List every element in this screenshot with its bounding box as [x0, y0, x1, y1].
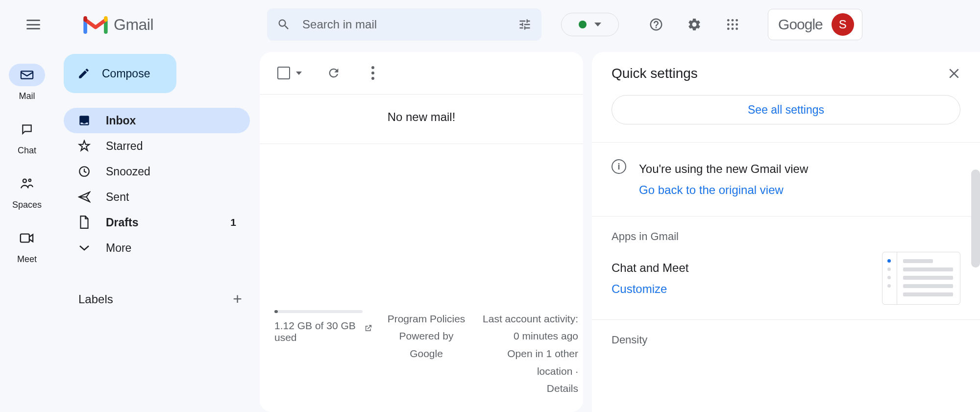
help-icon: [649, 17, 663, 32]
svg-rect-11: [21, 234, 29, 242]
nav-item-snoozed[interactable]: Snoozed: [64, 159, 250, 184]
activity-line2: Open in 1 other location ·: [480, 345, 578, 380]
gear-icon: [687, 17, 702, 32]
apps-in-gmail-label: Apps in Gmail: [612, 217, 960, 252]
rail-item-meet[interactable]: Meet: [9, 227, 45, 265]
powered-by-text: Powered by Google: [382, 327, 470, 362]
chevron-down-icon: [79, 244, 90, 251]
info-icon: i: [612, 159, 626, 174]
svg-point-4: [732, 24, 734, 26]
nav-item-inbox[interactable]: Inbox: [64, 108, 250, 133]
layout-preview[interactable]: [882, 252, 960, 305]
svg-point-2: [735, 19, 738, 22]
header: Gmail Google S: [0, 0, 980, 49]
more-vert-icon: [371, 66, 374, 80]
nav-label-inbox: Inbox: [106, 114, 136, 127]
see-all-settings-button[interactable]: See all settings: [612, 95, 960, 124]
rail-label-meet: Meet: [17, 254, 37, 265]
svg-point-5: [735, 24, 738, 26]
search-bar[interactable]: [267, 8, 541, 41]
open-in-new-icon[interactable]: [364, 323, 372, 334]
scrollbar[interactable]: [971, 170, 980, 267]
gmail-text: Gmail: [114, 16, 153, 34]
google-apps-button[interactable]: [721, 13, 744, 36]
activity-line1: Last account activity: 0 minutes ago: [480, 310, 578, 345]
nav-label-starred: Starred: [106, 140, 143, 153]
svg-point-8: [735, 27, 738, 30]
close-icon: [948, 67, 960, 80]
go-back-link[interactable]: Go back to the original view: [639, 179, 808, 200]
refresh-icon: [327, 66, 341, 80]
storage-bar: [274, 310, 363, 313]
drafts-count: 1: [230, 217, 236, 228]
apps-grid-icon: [726, 18, 739, 31]
select-caret-icon: [296, 72, 302, 75]
chat-and-meet-label: Chat and Meet: [612, 257, 688, 278]
empty-inbox-message: No new mail!: [260, 95, 583, 144]
gmail-logo[interactable]: Gmail: [83, 15, 153, 34]
inbox-icon: [78, 114, 91, 127]
chat-icon: [20, 123, 34, 136]
rail-item-mail[interactable]: Mail: [9, 64, 45, 101]
svg-point-7: [732, 27, 734, 30]
clock-icon: [78, 165, 91, 178]
close-settings-button[interactable]: [948, 67, 960, 80]
toolbar: [260, 66, 583, 95]
nav-item-more[interactable]: More: [64, 235, 250, 261]
svg-point-6: [727, 27, 730, 30]
nav-label-drafts: Drafts: [106, 216, 138, 229]
nav-item-sent[interactable]: Sent: [64, 184, 250, 210]
status-pill[interactable]: [561, 13, 619, 36]
density-label: Density: [612, 320, 960, 355]
labels-title: Labels: [78, 292, 113, 306]
nav-label-sent: Sent: [106, 191, 129, 204]
svg-point-10: [29, 179, 31, 182]
refresh-button[interactable]: [326, 66, 341, 80]
settings-button[interactable]: [683, 13, 706, 36]
labels-header: Labels +: [64, 290, 252, 308]
chevron-down-icon: [594, 23, 601, 26]
rail-item-spaces[interactable]: Spaces: [9, 172, 45, 210]
storage-text: 1.12 GB of 30 GB used: [274, 320, 358, 343]
search-icon: [277, 18, 291, 31]
svg-point-1: [732, 19, 734, 22]
tune-icon[interactable]: [518, 18, 532, 31]
nav-item-starred[interactable]: Starred: [64, 133, 250, 159]
gmail-m-icon: [83, 15, 108, 34]
rail-item-chat[interactable]: Chat: [9, 118, 45, 156]
mail-icon: [20, 70, 34, 80]
compose-label: Compose: [102, 67, 150, 80]
select-all-combo[interactable]: [277, 67, 302, 79]
spaces-icon: [20, 177, 34, 191]
meet-icon: [20, 232, 34, 244]
hamburger-icon: [26, 20, 40, 29]
nav-item-drafts[interactable]: Drafts 1: [64, 210, 250, 235]
quick-settings-title: Quick settings: [612, 66, 698, 81]
customize-link[interactable]: Customize: [612, 278, 688, 299]
star-icon: [78, 140, 91, 152]
rail-label-chat: Chat: [18, 145, 36, 156]
google-account-badge[interactable]: Google S: [768, 9, 862, 40]
nav-label-snoozed: Snoozed: [106, 165, 150, 178]
activity-details-link[interactable]: Details: [480, 380, 578, 397]
main-menu-button[interactable]: [19, 10, 48, 39]
sidebar: Compose Inbox Starred Snoozed Sent Draft…: [54, 49, 260, 412]
rail-label-mail: Mail: [19, 91, 35, 101]
svg-point-3: [727, 24, 730, 26]
add-label-button[interactable]: +: [233, 290, 242, 308]
pencil-icon: [77, 67, 90, 80]
more-actions-button[interactable]: [366, 66, 380, 80]
new-view-info: i You're using the new Gmail view Go bac…: [612, 143, 960, 216]
support-button[interactable]: [644, 13, 668, 36]
main-panel: No new mail! 1.12 GB of 30 GB used Progr…: [260, 52, 583, 412]
compose-button[interactable]: Compose: [64, 54, 176, 93]
nav-label-more: More: [106, 242, 131, 255]
search-input[interactable]: [302, 18, 518, 31]
footer: 1.12 GB of 30 GB used Program Policies P…: [260, 310, 583, 397]
program-policies-link[interactable]: Program Policies: [382, 310, 470, 328]
rail-label-spaces: Spaces: [12, 200, 42, 210]
app-rail: Mail Chat Spaces Meet: [0, 49, 54, 412]
select-all-checkbox[interactable]: [277, 67, 290, 79]
avatar[interactable]: S: [832, 13, 854, 36]
active-status-dot: [579, 21, 587, 28]
